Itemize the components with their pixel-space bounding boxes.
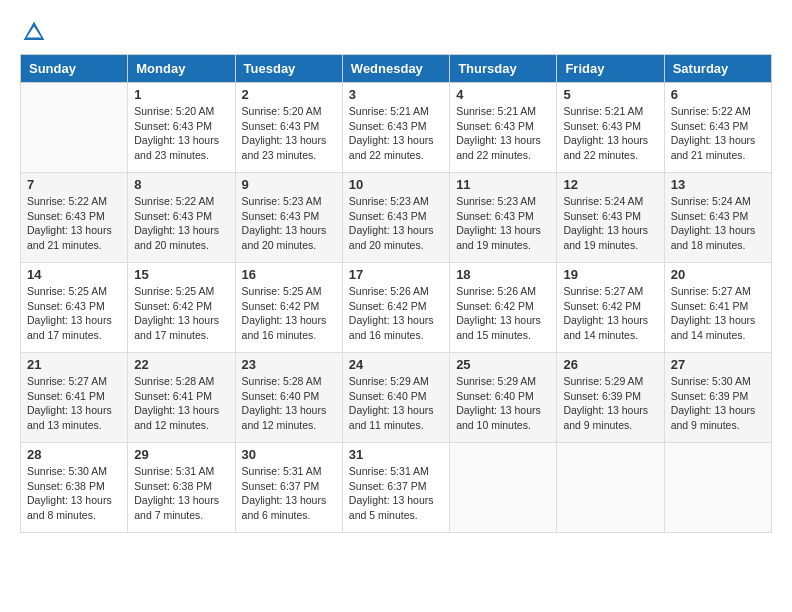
day-info: Sunrise: 5:31 AMSunset: 6:37 PMDaylight:…	[349, 464, 443, 523]
day-number: 13	[671, 177, 765, 192]
day-info: Sunrise: 5:25 AMSunset: 6:43 PMDaylight:…	[27, 284, 121, 343]
day-info: Sunrise: 5:22 AMSunset: 6:43 PMDaylight:…	[27, 194, 121, 253]
day-info: Sunrise: 5:30 AMSunset: 6:39 PMDaylight:…	[671, 374, 765, 433]
calendar-cell: 30Sunrise: 5:31 AMSunset: 6:37 PMDayligh…	[235, 443, 342, 533]
calendar-header-tuesday: Tuesday	[235, 55, 342, 83]
day-number: 4	[456, 87, 550, 102]
day-info: Sunrise: 5:23 AMSunset: 6:43 PMDaylight:…	[349, 194, 443, 253]
day-number: 25	[456, 357, 550, 372]
day-info: Sunrise: 5:29 AMSunset: 6:39 PMDaylight:…	[563, 374, 657, 433]
day-number: 17	[349, 267, 443, 282]
day-info: Sunrise: 5:30 AMSunset: 6:38 PMDaylight:…	[27, 464, 121, 523]
calendar-cell: 20Sunrise: 5:27 AMSunset: 6:41 PMDayligh…	[664, 263, 771, 353]
calendar-cell: 13Sunrise: 5:24 AMSunset: 6:43 PMDayligh…	[664, 173, 771, 263]
page-header	[20, 20, 772, 44]
calendar-cell: 29Sunrise: 5:31 AMSunset: 6:38 PMDayligh…	[128, 443, 235, 533]
calendar-week-row: 21Sunrise: 5:27 AMSunset: 6:41 PMDayligh…	[21, 353, 772, 443]
day-number: 16	[242, 267, 336, 282]
day-number: 7	[27, 177, 121, 192]
day-number: 15	[134, 267, 228, 282]
day-number: 12	[563, 177, 657, 192]
day-info: Sunrise: 5:23 AMSunset: 6:43 PMDaylight:…	[242, 194, 336, 253]
calendar-header-wednesday: Wednesday	[342, 55, 449, 83]
day-number: 9	[242, 177, 336, 192]
day-info: Sunrise: 5:27 AMSunset: 6:41 PMDaylight:…	[671, 284, 765, 343]
calendar-table: SundayMondayTuesdayWednesdayThursdayFrid…	[20, 54, 772, 533]
day-number: 21	[27, 357, 121, 372]
calendar-cell: 6Sunrise: 5:22 AMSunset: 6:43 PMDaylight…	[664, 83, 771, 173]
calendar-cell: 27Sunrise: 5:30 AMSunset: 6:39 PMDayligh…	[664, 353, 771, 443]
calendar-week-row: 7Sunrise: 5:22 AMSunset: 6:43 PMDaylight…	[21, 173, 772, 263]
calendar-cell: 8Sunrise: 5:22 AMSunset: 6:43 PMDaylight…	[128, 173, 235, 263]
day-number: 27	[671, 357, 765, 372]
day-number: 20	[671, 267, 765, 282]
day-number: 31	[349, 447, 443, 462]
calendar-header-sunday: Sunday	[21, 55, 128, 83]
day-number: 18	[456, 267, 550, 282]
day-info: Sunrise: 5:27 AMSunset: 6:41 PMDaylight:…	[27, 374, 121, 433]
day-number: 22	[134, 357, 228, 372]
calendar-cell: 11Sunrise: 5:23 AMSunset: 6:43 PMDayligh…	[450, 173, 557, 263]
day-info: Sunrise: 5:22 AMSunset: 6:43 PMDaylight:…	[671, 104, 765, 163]
calendar-cell	[450, 443, 557, 533]
calendar-cell: 3Sunrise: 5:21 AMSunset: 6:43 PMDaylight…	[342, 83, 449, 173]
day-info: Sunrise: 5:21 AMSunset: 6:43 PMDaylight:…	[563, 104, 657, 163]
calendar-header-monday: Monday	[128, 55, 235, 83]
day-number: 1	[134, 87, 228, 102]
calendar-cell	[21, 83, 128, 173]
day-number: 28	[27, 447, 121, 462]
day-number: 8	[134, 177, 228, 192]
calendar-cell: 21Sunrise: 5:27 AMSunset: 6:41 PMDayligh…	[21, 353, 128, 443]
calendar-cell: 24Sunrise: 5:29 AMSunset: 6:40 PMDayligh…	[342, 353, 449, 443]
day-number: 23	[242, 357, 336, 372]
calendar-cell: 19Sunrise: 5:27 AMSunset: 6:42 PMDayligh…	[557, 263, 664, 353]
day-info: Sunrise: 5:31 AMSunset: 6:37 PMDaylight:…	[242, 464, 336, 523]
calendar-cell: 18Sunrise: 5:26 AMSunset: 6:42 PMDayligh…	[450, 263, 557, 353]
calendar-week-row: 28Sunrise: 5:30 AMSunset: 6:38 PMDayligh…	[21, 443, 772, 533]
calendar-cell: 15Sunrise: 5:25 AMSunset: 6:42 PMDayligh…	[128, 263, 235, 353]
day-info: Sunrise: 5:26 AMSunset: 6:42 PMDaylight:…	[349, 284, 443, 343]
calendar-cell: 22Sunrise: 5:28 AMSunset: 6:41 PMDayligh…	[128, 353, 235, 443]
day-number: 5	[563, 87, 657, 102]
day-info: Sunrise: 5:27 AMSunset: 6:42 PMDaylight:…	[563, 284, 657, 343]
day-info: Sunrise: 5:28 AMSunset: 6:40 PMDaylight:…	[242, 374, 336, 433]
day-info: Sunrise: 5:26 AMSunset: 6:42 PMDaylight:…	[456, 284, 550, 343]
day-number: 24	[349, 357, 443, 372]
calendar-cell: 17Sunrise: 5:26 AMSunset: 6:42 PMDayligh…	[342, 263, 449, 353]
calendar-cell: 25Sunrise: 5:29 AMSunset: 6:40 PMDayligh…	[450, 353, 557, 443]
day-info: Sunrise: 5:20 AMSunset: 6:43 PMDaylight:…	[134, 104, 228, 163]
day-info: Sunrise: 5:21 AMSunset: 6:43 PMDaylight:…	[456, 104, 550, 163]
day-number: 30	[242, 447, 336, 462]
day-number: 10	[349, 177, 443, 192]
day-info: Sunrise: 5:22 AMSunset: 6:43 PMDaylight:…	[134, 194, 228, 253]
calendar-cell	[557, 443, 664, 533]
day-info: Sunrise: 5:25 AMSunset: 6:42 PMDaylight:…	[134, 284, 228, 343]
calendar-cell: 26Sunrise: 5:29 AMSunset: 6:39 PMDayligh…	[557, 353, 664, 443]
logo-icon	[22, 20, 46, 44]
day-number: 29	[134, 447, 228, 462]
day-info: Sunrise: 5:29 AMSunset: 6:40 PMDaylight:…	[456, 374, 550, 433]
calendar-cell: 10Sunrise: 5:23 AMSunset: 6:43 PMDayligh…	[342, 173, 449, 263]
day-info: Sunrise: 5:24 AMSunset: 6:43 PMDaylight:…	[671, 194, 765, 253]
calendar-cell	[664, 443, 771, 533]
calendar-cell: 7Sunrise: 5:22 AMSunset: 6:43 PMDaylight…	[21, 173, 128, 263]
calendar-header-row: SundayMondayTuesdayWednesdayThursdayFrid…	[21, 55, 772, 83]
day-number: 19	[563, 267, 657, 282]
day-info: Sunrise: 5:24 AMSunset: 6:43 PMDaylight:…	[563, 194, 657, 253]
calendar-cell: 2Sunrise: 5:20 AMSunset: 6:43 PMDaylight…	[235, 83, 342, 173]
day-number: 2	[242, 87, 336, 102]
calendar-cell: 31Sunrise: 5:31 AMSunset: 6:37 PMDayligh…	[342, 443, 449, 533]
day-number: 26	[563, 357, 657, 372]
day-info: Sunrise: 5:28 AMSunset: 6:41 PMDaylight:…	[134, 374, 228, 433]
calendar-header-friday: Friday	[557, 55, 664, 83]
logo	[20, 20, 50, 44]
day-info: Sunrise: 5:31 AMSunset: 6:38 PMDaylight:…	[134, 464, 228, 523]
day-number: 6	[671, 87, 765, 102]
day-number: 14	[27, 267, 121, 282]
calendar-header-thursday: Thursday	[450, 55, 557, 83]
calendar-cell: 23Sunrise: 5:28 AMSunset: 6:40 PMDayligh…	[235, 353, 342, 443]
calendar-cell: 28Sunrise: 5:30 AMSunset: 6:38 PMDayligh…	[21, 443, 128, 533]
calendar-cell: 5Sunrise: 5:21 AMSunset: 6:43 PMDaylight…	[557, 83, 664, 173]
day-number: 11	[456, 177, 550, 192]
calendar-cell: 16Sunrise: 5:25 AMSunset: 6:42 PMDayligh…	[235, 263, 342, 353]
